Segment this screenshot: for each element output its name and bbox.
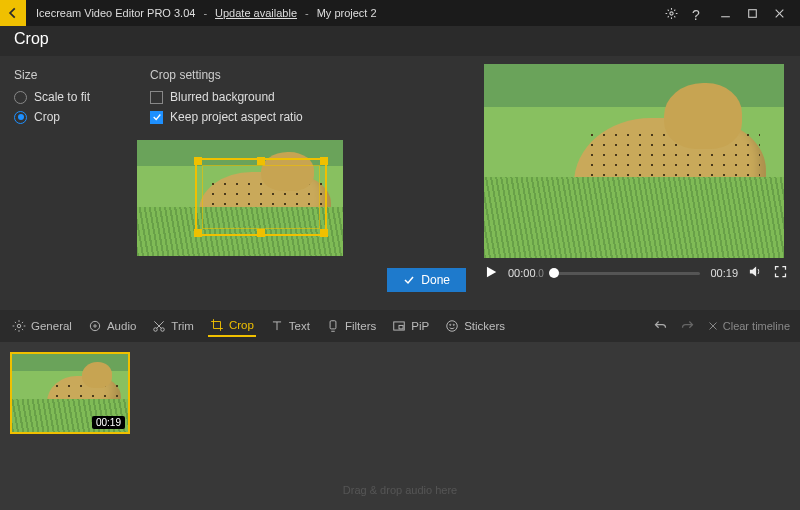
redo-button[interactable] <box>680 319 695 334</box>
tool-tabs: General Audio Trim Crop Text Filters PiP… <box>0 310 800 342</box>
help-icon[interactable]: ? <box>692 7 705 20</box>
clip-duration: 00:19 <box>92 416 125 429</box>
timeline-clip[interactable]: 00:19 <box>10 352 130 434</box>
close-icon[interactable] <box>773 7 786 20</box>
radio-icon <box>14 111 27 124</box>
svg-point-14 <box>447 321 458 332</box>
fullscreen-icon[interactable] <box>773 264 788 282</box>
current-time: 00:00.0 <box>508 267 544 279</box>
playback-bar: 00:00.0 00:19 <box>484 264 788 282</box>
svg-rect-2 <box>749 9 757 17</box>
crop-selection[interactable] <box>195 158 327 236</box>
scale-to-fit-option[interactable]: Scale to fit <box>14 90 90 104</box>
blurred-bg-option[interactable]: Blurred background <box>150 90 303 104</box>
svg-point-8 <box>94 325 96 327</box>
total-time: 00:19 <box>710 267 738 279</box>
minimize-icon[interactable] <box>719 7 732 20</box>
checkbox-icon <box>150 111 163 124</box>
audio-drop-hint: Drag & drop audio here <box>10 484 790 496</box>
crop-settings-heading: Crop settings <box>150 68 303 82</box>
svg-point-15 <box>450 324 451 325</box>
tab-filters[interactable]: Filters <box>324 316 378 336</box>
keep-aspect-option[interactable]: Keep project aspect ratio <box>150 110 303 124</box>
size-panel: Size Scale to fit Crop <box>14 68 90 130</box>
video-preview[interactable] <box>484 64 784 258</box>
project-name: My project 2 <box>317 7 377 19</box>
svg-marker-5 <box>487 266 496 277</box>
play-button[interactable] <box>484 265 498 282</box>
crop-settings-panel: Crop settings Blurred background Keep pr… <box>150 68 303 130</box>
crop-handle-tr[interactable] <box>320 157 328 165</box>
crop-handle-bm[interactable] <box>257 229 265 237</box>
page-title: Crop <box>0 26 800 56</box>
tab-audio[interactable]: Audio <box>86 316 138 336</box>
checkbox-icon <box>150 91 163 104</box>
tab-general[interactable]: General <box>10 316 74 336</box>
crop-handle-tl[interactable] <box>194 157 202 165</box>
svg-point-16 <box>453 324 454 325</box>
tab-stickers[interactable]: Stickers <box>443 316 507 336</box>
seek-bar[interactable] <box>554 272 701 275</box>
tab-text[interactable]: Text <box>268 316 312 336</box>
svg-point-7 <box>90 321 99 330</box>
crop-handle-br[interactable] <box>320 229 328 237</box>
done-button[interactable]: Done <box>387 268 466 292</box>
svg-rect-11 <box>330 321 336 329</box>
app-name: Icecream Video Editor PRO 3.04 <box>36 7 195 19</box>
undo-button[interactable] <box>653 319 668 334</box>
tab-pip[interactable]: PiP <box>390 316 431 336</box>
seek-thumb[interactable] <box>549 268 559 278</box>
volume-icon[interactable] <box>748 264 763 282</box>
back-button[interactable] <box>0 0 26 26</box>
timeline[interactable]: 00:19 Drag & drop audio here <box>0 342 800 510</box>
crop-option[interactable]: Crop <box>14 110 90 124</box>
crop-editor[interactable] <box>137 140 343 256</box>
svg-point-0 <box>670 11 673 14</box>
crop-handle-tm[interactable] <box>257 157 265 165</box>
size-heading: Size <box>14 68 90 82</box>
svg-point-6 <box>17 324 21 328</box>
radio-icon <box>14 91 27 104</box>
app-title: Icecream Video Editor PRO 3.04 - Update … <box>36 7 377 19</box>
clear-timeline-button[interactable]: Clear timeline <box>707 320 790 332</box>
title-bar: Icecream Video Editor PRO 3.04 - Update … <box>0 0 800 26</box>
maximize-icon[interactable] <box>746 7 759 20</box>
tab-trim[interactable]: Trim <box>150 316 196 336</box>
tab-crop[interactable]: Crop <box>208 315 256 337</box>
settings-icon[interactable] <box>665 7 678 20</box>
crop-handle-bl[interactable] <box>194 229 202 237</box>
svg-rect-13 <box>399 325 403 329</box>
update-link[interactable]: Update available <box>215 7 297 19</box>
